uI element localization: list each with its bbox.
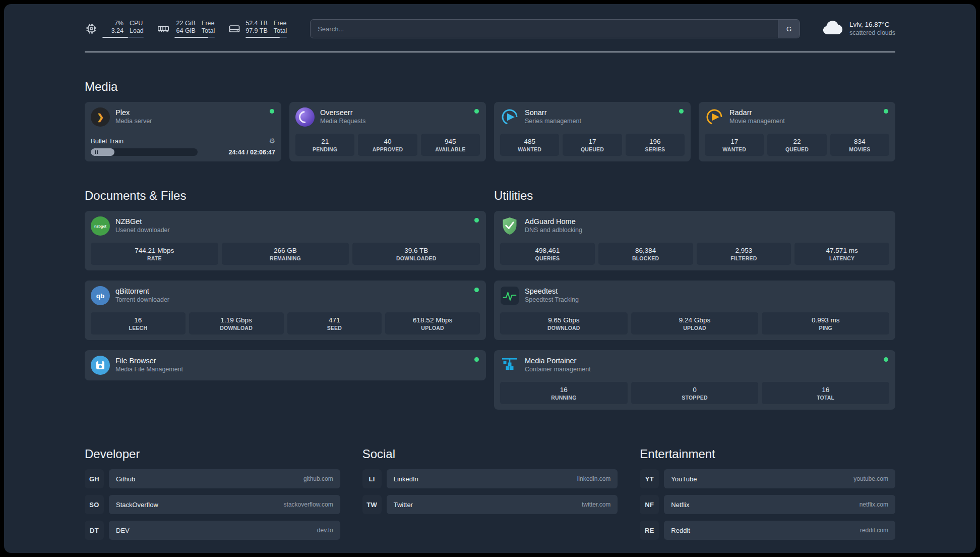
disk-widget: 52.4 TB 97.9 TB Free Total — [228, 20, 287, 38]
service-name: Overseerr — [320, 108, 365, 117]
bookmark-host: dev.to — [317, 527, 333, 534]
bookmark-name: DEV — [116, 527, 130, 534]
service-name: Speedtest — [525, 287, 579, 296]
stat-tile: 744.21 MbpsRATE — [91, 243, 218, 265]
bookmark-abbr: RE — [640, 521, 659, 540]
bookmark-stackoverflow[interactable]: SO StackOverflow stackoverflow.com — [85, 495, 340, 514]
stat-tile: 86,384BLOCKED — [598, 243, 693, 265]
disk-total-label: Total — [274, 27, 287, 35]
memory-free-value: 22 GiB — [174, 20, 196, 27]
dashboard: 7% 3.24 CPU Load — [4, 4, 976, 553]
memory-total-value: 64 GiB — [174, 27, 196, 35]
bookmark-abbr: YT — [640, 469, 659, 488]
playback-time: 24:44 / 02:06:47 — [229, 149, 275, 156]
stat-tile: 0STOPPED — [631, 382, 759, 404]
stat-tile: 40APPROVED — [358, 134, 417, 156]
stat-tile: 47.571 msLATENCY — [794, 243, 889, 265]
bookmark-name: Github — [116, 475, 135, 483]
service-card-adguard[interactable]: AdGuard Home DNS and adblocking 498,461Q… — [494, 211, 895, 270]
stat-tile: 16RUNNING — [500, 382, 628, 404]
service-name: Radarr — [729, 108, 785, 117]
stat-tile: 266 GBREMAINING — [222, 243, 349, 265]
weather-condition: scattered clouds — [849, 29, 895, 37]
service-card-portainer[interactable]: Media Portainer Container management 16R… — [494, 350, 895, 410]
section-title-media: Media — [85, 80, 895, 94]
bookmark-name: StackOverflow — [116, 501, 158, 509]
playback-progress-bar — [91, 148, 198, 156]
pause-icon[interactable] — [95, 150, 98, 154]
disk-free-label: Free — [274, 20, 287, 27]
service-card-sonarr[interactable]: Sonarr Series management 485WANTED 17QUE… — [494, 102, 691, 161]
service-name: File Browser — [115, 357, 183, 365]
stat-tile: 9.24 GbpsUPLOAD — [631, 312, 759, 335]
service-subtitle: Container management — [525, 365, 591, 374]
disk-icon — [228, 22, 241, 35]
disk-total-value: 97.9 TB — [246, 27, 268, 35]
service-subtitle: Movie management — [729, 117, 785, 126]
overseerr-icon — [295, 107, 315, 127]
bookmark-twitter[interactable]: TW Twitter twitter.com — [362, 495, 618, 514]
bookmark-host: twitter.com — [582, 501, 610, 508]
section-title-documents: Documents & Files — [85, 189, 486, 203]
service-subtitle: Speedtest Tracking — [525, 296, 579, 304]
gear-icon[interactable]: ⚙ — [269, 137, 275, 145]
service-card-overseerr[interactable]: Overseerr Media Requests 21PENDING 40APP… — [289, 102, 486, 161]
bookmark-github[interactable]: GH Github github.com — [85, 469, 340, 488]
section-title-entertainment: Entertainment — [640, 447, 895, 461]
service-card-nzbget[interactable]: nzbget NZBGet Usenet downloader 744.21 M… — [85, 211, 486, 270]
status-dot — [270, 109, 274, 114]
stat-tile: 39.6 TBDOWNLOADED — [352, 243, 480, 265]
cloud-icon — [821, 20, 843, 38]
nzbget-icon: nzbget — [91, 216, 110, 236]
bookmark-abbr: GH — [85, 469, 104, 488]
service-name: Plex — [115, 108, 152, 117]
bookmark-name: LinkedIn — [394, 475, 418, 483]
status-dot — [679, 109, 684, 114]
service-subtitle: DNS and adblocking — [525, 226, 582, 235]
stat-tile: 471SEED — [287, 312, 382, 335]
section-title-utilities: Utilities — [494, 189, 895, 203]
stat-tile: 834MOVIES — [830, 134, 889, 156]
bookmark-reddit[interactable]: RE Reddit reddit.com — [640, 521, 895, 540]
filebrowser-icon — [91, 356, 110, 375]
service-card-radarr[interactable]: Radarr Movie management 17WANTED 22QUEUE… — [699, 102, 895, 161]
bookmark-abbr: NF — [640, 495, 659, 514]
service-card-plex[interactable]: ❯ Plex Media server Bullet Train ⚙ — [85, 102, 281, 161]
cpu-load-label: Load — [130, 27, 144, 35]
bookmark-host: stackoverflow.com — [284, 501, 333, 508]
search-bar: G — [310, 19, 800, 38]
bookmark-dev[interactable]: DT DEV dev.to — [85, 521, 340, 540]
bookmark-youtube[interactable]: YT YouTube youtube.com — [640, 469, 895, 488]
service-subtitle: Series management — [525, 117, 581, 126]
plex-icon: ❯ — [91, 107, 110, 127]
qbittorrent-icon: qb — [91, 286, 110, 305]
status-dot — [474, 218, 479, 222]
status-dot — [474, 109, 479, 114]
now-playing-title: Bullet Train — [91, 137, 124, 145]
bookmark-abbr: TW — [362, 495, 382, 514]
bookmark-host: github.com — [303, 475, 333, 482]
header: 7% 3.24 CPU Load — [85, 17, 895, 40]
utilities-column: Utilities — [494, 161, 895, 420]
status-dot — [474, 288, 479, 292]
speedtest-icon — [501, 287, 519, 305]
cpu-icon — [85, 22, 98, 35]
service-card-speedtest[interactable]: Speedtest Speedtest Tracking 9.65 GbpsDO… — [494, 281, 895, 340]
stat-tile: 17WANTED — [705, 134, 764, 156]
bookmark-host: linkedin.com — [577, 475, 611, 482]
bookmark-netflix[interactable]: NF Netflix netflix.com — [640, 495, 895, 514]
stat-tile: 16TOTAL — [762, 382, 889, 404]
service-card-qbittorrent[interactable]: qb qBittorrent Torrent downloader 16LEEC… — [85, 281, 486, 340]
service-subtitle: Torrent downloader — [115, 296, 169, 304]
service-name: NZBGet — [115, 217, 170, 226]
media-grid: ❯ Plex Media server Bullet Train ⚙ — [85, 102, 895, 161]
stat-tile: 17QUEUED — [563, 134, 622, 156]
stat-tile: 9.65 GbpsDOWNLOAD — [500, 312, 628, 335]
stat-tile: 485WANTED — [500, 134, 559, 156]
bookmark-linkedin[interactable]: LI LinkedIn linkedin.com — [362, 469, 618, 488]
service-card-filebrowser[interactable]: File Browser Media File Management — [85, 350, 486, 380]
search-provider-button[interactable]: G — [778, 20, 800, 38]
service-name: AdGuard Home — [525, 217, 582, 226]
search-input[interactable] — [311, 20, 778, 38]
section-title-developer: Developer — [85, 447, 340, 461]
